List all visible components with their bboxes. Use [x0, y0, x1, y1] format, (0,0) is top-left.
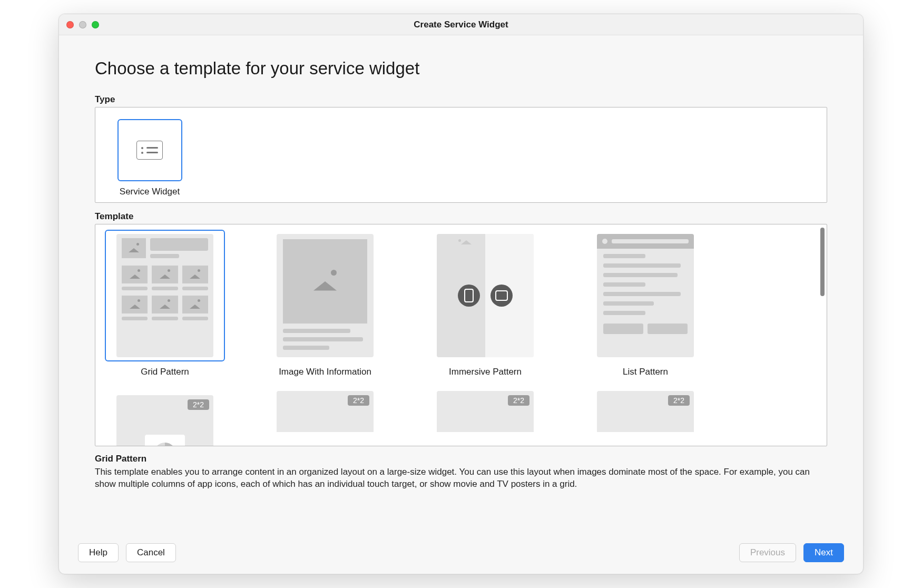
template-section-label: Template [95, 211, 827, 222]
fullscreen-icon[interactable] [92, 21, 99, 28]
template-partial-2[interactable]: 2*2 [585, 391, 705, 446]
template-label: List Pattern [623, 367, 668, 377]
svg-rect-1 [496, 291, 507, 300]
type-card [117, 119, 182, 181]
template-grid: Grid Pattern [105, 230, 817, 446]
template-circular-data[interactable]: 2*2 Cir [105, 391, 225, 446]
template-partial-0[interactable]: 2*2 [265, 391, 385, 446]
size-badge: 2*2 [348, 395, 369, 406]
previous-button: Previous [739, 543, 796, 562]
scrollbar[interactable] [820, 228, 825, 296]
template-partial-1[interactable]: 2*2 [425, 391, 545, 446]
circular-progress-icon [152, 441, 178, 446]
minimize-icon[interactable] [79, 21, 86, 28]
dialog-window: Create Service Widget Choose a template … [58, 14, 864, 574]
service-widget-icon [136, 141, 163, 160]
svg-rect-0 [465, 289, 473, 302]
cancel-button[interactable]: Cancel [126, 543, 176, 562]
page-title: Choose a template for your service widge… [95, 58, 827, 79]
size-badge: 2*2 [508, 395, 529, 406]
description-body: This template enables you to arrange con… [95, 466, 827, 491]
size-badge: 2*2 [188, 399, 209, 410]
template-panel: Grid Pattern [95, 224, 827, 446]
template-label: Grid Pattern [141, 367, 189, 377]
template-immersive-pattern[interactable]: Immersive Pattern [425, 230, 545, 377]
template-image-with-information[interactable]: Image With Information [265, 230, 385, 377]
type-item-label: Service Widget [120, 187, 180, 197]
type-section-label: Type [95, 94, 827, 105]
template-list-pattern[interactable]: List Pattern [585, 230, 705, 377]
size-badge: 2*2 [668, 395, 690, 406]
help-button[interactable]: Help [78, 543, 119, 562]
window-title: Create Service Widget [414, 19, 508, 30]
template-label: Immersive Pattern [449, 367, 522, 377]
tablet-icon [491, 285, 513, 307]
next-button[interactable]: Next [803, 543, 844, 562]
description-title: Grid Pattern [95, 454, 827, 464]
phone-icon [458, 285, 480, 307]
type-item-service-widget[interactable]: Service Widget [110, 119, 189, 197]
window-traffic-lights [66, 21, 99, 28]
template-grid-pattern[interactable]: Grid Pattern [105, 230, 225, 377]
titlebar: Create Service Widget [59, 14, 863, 35]
type-panel: Service Widget [95, 107, 827, 203]
template-description: Grid Pattern This template enables you t… [95, 454, 827, 491]
template-label: Image With Information [279, 367, 371, 377]
button-bar: Help Cancel Previous Next [59, 543, 863, 574]
close-icon[interactable] [66, 21, 74, 28]
